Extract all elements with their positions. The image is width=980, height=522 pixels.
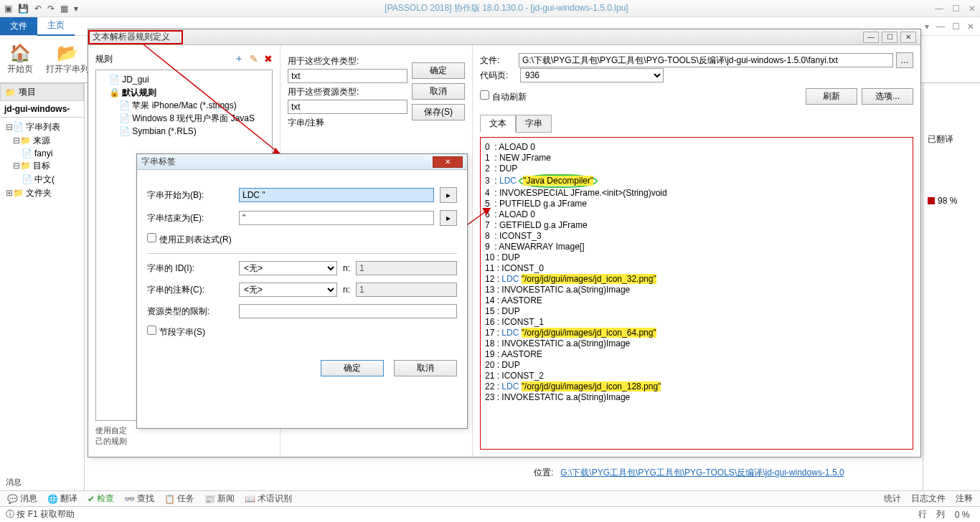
codepage-select[interactable]: 936 [520, 68, 664, 82]
tab-file[interactable]: 文件 [0, 17, 37, 35]
string-label-dialog: 字串标签 ✕ 字串开始为(B): ▸ 字串结束为(E): ▸ 使用正则表达式(R… [136, 153, 468, 429]
ends-expand-button[interactable]: ▸ [440, 210, 457, 226]
ends-input[interactable] [239, 211, 434, 225]
undo-icon[interactable]: ↶ [34, 4, 42, 14]
begins-input[interactable] [239, 188, 434, 202]
rule-item: 📄 JD_gui [99, 73, 269, 86]
tab-comment[interactable]: 注释 [956, 493, 973, 505]
window-close-icon[interactable]: ✕ [967, 22, 974, 32]
save-button[interactable]: 保存(S) [412, 104, 465, 120]
browse-button[interactable]: … [896, 52, 913, 68]
grid-icon[interactable]: ▦ [60, 4, 68, 14]
rules-label: 规则 [95, 53, 228, 65]
messages-label: 消息 [6, 477, 22, 488]
app-icon: ▣ [4, 4, 12, 14]
open-strings-button[interactable]: 📂 打开字串列 [46, 43, 89, 75]
redo-icon[interactable]: ↷ [47, 4, 55, 14]
dialog-title: 字串标签 [141, 156, 176, 168]
footer-location-link[interactable]: G:\下载\PYG工具包\PYG工具包\PYG-TOOLS\反编译\jd-gui… [560, 468, 844, 478]
tab-find[interactable]: 👓 查找 [124, 493, 154, 505]
tab-term[interactable]: 📖 术语识别 [245, 493, 292, 505]
add-rule-icon[interactable]: ＋ [234, 52, 244, 65]
project-panel: 📁 项目 jd-gui-windows- ⊟📄字串列表 ⊟📁来源 📄fanyi … [0, 83, 85, 506]
start-page-button[interactable]: 🏠 开始页 [7, 43, 33, 75]
row-label: 行 [918, 508, 927, 521]
id-label: 字串的 ID(I): [147, 262, 233, 275]
translated-header: 已翻译 [928, 133, 976, 146]
comment-select[interactable]: <无> [239, 283, 337, 297]
parser-close-icon[interactable]: ✕ [900, 32, 916, 43]
parser-titlebar: 文本解析器规则定义 — ☐ ✕ [88, 29, 920, 45]
refresh-button[interactable]: 刷新 [806, 88, 857, 105]
project-tree: ⊟📄字串列表 ⊟📁来源 📄fanyi ⊟📁目标 📄中文( ⊞📁文件夹 [0, 118, 84, 203]
parser-min-icon[interactable]: — [863, 32, 879, 43]
statusbar: ⓘ 按 F1 获取帮助 行 列 0 % [0, 506, 980, 522]
file-path-input[interactable] [519, 53, 893, 67]
file-label: 文件: [480, 54, 516, 67]
ribbon-min-icon[interactable]: ▾ [925, 22, 929, 32]
folder-icon: 📁 [5, 87, 16, 98]
col-label: 列 [936, 508, 945, 521]
rule-item: 📄 Windows 8 现代用户界面 JavaS [99, 112, 269, 125]
save-icon[interactable]: 💾 [18, 4, 29, 14]
dialog-ok-button[interactable]: 确定 [321, 360, 384, 376]
file-types-label: 用于这些文件类型: [288, 55, 407, 67]
dialog-titlebar: 字串标签 ✕ [137, 154, 467, 170]
regex-checkbox[interactable]: 使用正则表达式(R) [147, 233, 232, 246]
translated-panel: 已翻译 98 % [923, 83, 980, 490]
window-max-icon[interactable]: ☐ [952, 22, 960, 32]
project-root[interactable]: jd-gui-windows- [0, 101, 84, 118]
res-types-input[interactable] [288, 100, 407, 114]
code-preview[interactable]: 0 : ALOAD 01 : NEW JFrame2 : DUP3 : LDC … [480, 137, 913, 450]
preview-tabs: 文本 字串 [480, 115, 913, 133]
status-square-icon [928, 197, 935, 204]
tree-item-folders[interactable]: ⊞📁文件夹 [1, 186, 83, 200]
comment-label: 字串的注释(C): [147, 284, 233, 296]
window-min-icon[interactable]: — [936, 22, 945, 32]
tab-home[interactable]: 主页 [37, 16, 75, 36]
autorefresh-checkbox[interactable]: 自动刷新 [480, 90, 527, 103]
tab-logfile[interactable]: 日志文件 [911, 493, 946, 505]
tab-task[interactable]: 📋 任务 [164, 493, 194, 505]
tree-item-chinese[interactable]: 📄中文( [1, 173, 83, 186]
delete-rule-icon[interactable]: ✖ [264, 53, 273, 65]
tab-news[interactable]: 📰 新闻 [204, 493, 235, 505]
maximize-icon[interactable]: ☐ [952, 4, 960, 14]
cancel-button[interactable]: 取消 [412, 83, 465, 100]
tab-text[interactable]: 文本 [480, 115, 516, 133]
begins-expand-button[interactable]: ▸ [440, 187, 457, 203]
tree-item-fanyi[interactable]: 📄fanyi [1, 148, 83, 159]
strnote-label: 字串/注释 [288, 117, 407, 129]
tab-check[interactable]: ✔ 检查 [88, 493, 114, 505]
id-select[interactable]: <无> [239, 261, 337, 275]
home-icon: 🏠 [9, 43, 31, 63]
id-n-input[interactable] [356, 261, 457, 275]
app-title: [PASSOLO 2018] 协作版 18.0.130.0 - [jd-gui-… [78, 2, 935, 14]
options-button[interactable]: 选项... [862, 88, 913, 105]
minimize-icon[interactable]: — [935, 4, 943, 14]
codepage-label: 代码页: [480, 70, 516, 82]
tab-messages[interactable]: 💬 消息 [7, 493, 37, 505]
n-label: n: [343, 263, 350, 273]
tree-item-source[interactable]: ⊟📁来源 [1, 134, 83, 148]
close-icon[interactable]: ✕ [969, 4, 976, 14]
dialog-cancel-button[interactable]: 取消 [394, 360, 457, 376]
tab-stat[interactable]: 统计 [884, 493, 901, 505]
segment-checkbox[interactable]: 节段字串(S) [147, 326, 205, 338]
parser-title: 文本解析器规则定义 [93, 31, 170, 43]
tab-string[interactable]: 字串 [516, 115, 552, 133]
app-titlebar: ▣ 💾 ↶ ↷ ▦ ▾ [PASSOLO 2018] 协作版 18.0.130.… [0, 0, 980, 17]
help-hint: ⓘ 按 F1 获取帮助 [6, 508, 75, 521]
tab-translate[interactable]: 🌐 翻译 [47, 493, 77, 505]
rule-item: 📄 Symbian (*.RLS) [99, 125, 269, 138]
parser-max-icon[interactable]: ☐ [882, 32, 897, 43]
dialog-close-icon[interactable]: ✕ [433, 156, 463, 168]
tree-item-strings[interactable]: ⊟📄字串列表 [1, 120, 83, 134]
restrict-input[interactable] [239, 304, 457, 318]
ok-button[interactable]: 确定 [412, 62, 465, 79]
pct-label: 0 % [955, 510, 970, 520]
file-types-input[interactable] [288, 69, 407, 83]
comment-n-input[interactable] [356, 283, 457, 297]
tree-item-target[interactable]: ⊟📁目标 [1, 159, 83, 173]
edit-rule-icon[interactable]: ✎ [250, 53, 258, 65]
